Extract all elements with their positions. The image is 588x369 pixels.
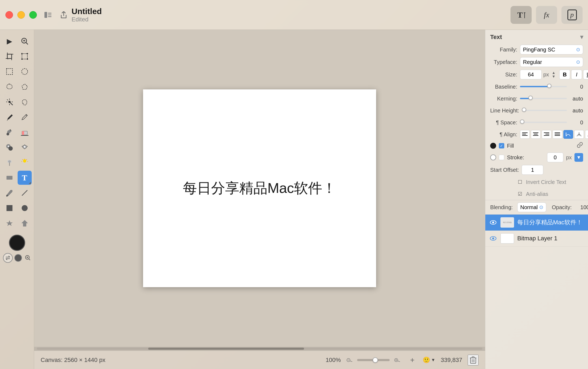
share-button[interactable] (58, 9, 69, 21)
svg-rect-2 (48, 14, 51, 15)
center-area: 每日分享精品Mac软件！ Canvas: 2560 × 1440 px 100% (34, 30, 485, 369)
sidebar-toggle-button[interactable] (42, 9, 54, 21)
kerning-slider[interactable] (520, 97, 567, 100)
fill-radio[interactable] (490, 143, 496, 149)
line-height-slider[interactable] (522, 109, 567, 112)
zoom-tool[interactable] (18, 34, 32, 48)
line-tool[interactable] (18, 186, 32, 200)
align-path-end-button[interactable] (585, 130, 588, 139)
transform-tool[interactable] (18, 49, 32, 63)
family-select[interactable]: PingFang SC ⊙ (520, 45, 583, 54)
anti-alias-checkbox[interactable]: ☑ (518, 191, 522, 197)
add-button[interactable]: + (408, 355, 417, 365)
arrow-tool[interactable]: ▶ (2, 34, 17, 48)
emoji-button[interactable]: 🙂 ▼ (423, 357, 435, 364)
align-right-button[interactable] (542, 130, 551, 139)
canvas-container: 每日分享精品Mac软件！ (34, 30, 485, 347)
minimize-button[interactable] (17, 11, 25, 19)
kerning-value: auto (570, 96, 583, 102)
canvas-area[interactable]: 每日分享精品Mac软件！ (34, 30, 485, 351)
layer-item-bitmap[interactable]: Bitmap Layer 1 (485, 231, 588, 247)
align-center-button[interactable] (531, 130, 541, 139)
svg-line-47 (22, 159, 23, 160)
typeface-select[interactable]: Regular ⊙ (520, 57, 583, 67)
eraser-tool[interactable] (18, 125, 32, 139)
canvas-scrollbar[interactable] (34, 347, 485, 351)
fx-button[interactable]: fx (536, 6, 557, 24)
text-section-chevron[interactable]: ▾ (580, 34, 583, 41)
layer-eye-bitmap[interactable] (489, 234, 497, 242)
pencil-tool[interactable] (18, 110, 32, 124)
text-tool-toolbar-button[interactable]: T (511, 6, 532, 24)
zoom-in-button[interactable] (392, 355, 402, 365)
start-offset-input[interactable]: 1 (522, 165, 543, 175)
title-info: Untitled Edited (72, 7, 102, 23)
scrollbar-track (37, 348, 482, 350)
size-input[interactable]: 64 (520, 70, 542, 79)
svg-point-20 (21, 59, 22, 60)
align-path-center-button[interactable] (574, 130, 584, 139)
rect-select-tool[interactable] (2, 64, 17, 79)
brush-select-tool[interactable] (18, 95, 32, 109)
paragraph-button[interactable]: p (561, 6, 583, 24)
swap-colors-button[interactable] (3, 253, 13, 263)
vector-rect-tool[interactable] (2, 201, 17, 215)
pen-tool[interactable] (2, 186, 17, 200)
typeface-label: Typeface: (490, 59, 517, 65)
fill-link-icon[interactable] (577, 142, 583, 150)
background-color[interactable] (14, 254, 22, 262)
text-section-label: Text (490, 34, 502, 41)
crop-tool[interactable] (2, 49, 17, 63)
stroke-value-input[interactable]: 0 (547, 153, 563, 162)
stroke-row: Stroke: 0 px ▼ (485, 151, 588, 164)
ellipse-select-tool[interactable] (18, 64, 32, 79)
left-toolbar: ▶ (0, 30, 34, 369)
stroke-radio[interactable] (490, 154, 496, 160)
close-button[interactable] (5, 11, 13, 19)
dodge-tool[interactable] (2, 156, 17, 170)
layer-eye-text[interactable] (489, 218, 497, 226)
arrow-shape-tool[interactable] (18, 216, 32, 230)
zoom-fit-button[interactable] (24, 254, 31, 262)
svg-point-37 (8, 146, 13, 151)
size-down[interactable]: ▼ (551, 75, 557, 78)
maximize-button[interactable] (29, 11, 37, 19)
blending-select[interactable]: Normal ⊙ (517, 202, 546, 212)
paint-bucket-tool[interactable] (2, 125, 17, 139)
stroke-type-select[interactable]: ▼ (574, 153, 583, 162)
svg-line-45 (26, 159, 27, 160)
burn-tool[interactable] (18, 156, 32, 170)
align-path-start-button[interactable] (563, 130, 573, 139)
fill-checkbox[interactable]: ✓ (499, 143, 504, 148)
layer-item-text[interactable]: 每日分享精品 每日分享精品Mac软件！ (485, 215, 588, 231)
size-up[interactable]: ▲ (551, 71, 557, 75)
lasso-tool[interactable] (2, 80, 17, 94)
rect-shape-tool[interactable] (2, 171, 17, 185)
vector-ellipse-tool[interactable] (18, 201, 32, 215)
bold-button[interactable]: B (559, 70, 570, 79)
poly-lasso-tool[interactable] (18, 80, 32, 94)
foreground-color[interactable] (9, 235, 25, 251)
zoom-out-button[interactable] (345, 355, 354, 365)
clone-tool[interactable] (2, 140, 17, 154)
align-left-button[interactable] (520, 130, 530, 139)
space-slider[interactable] (520, 121, 567, 124)
star-tool[interactable] (2, 216, 17, 230)
heal-tool[interactable] (18, 140, 32, 154)
brush-tool[interactable] (2, 110, 17, 124)
svg-point-21 (27, 59, 28, 60)
align-justify-button[interactable] (553, 130, 562, 139)
underline-button[interactable]: U (583, 70, 588, 79)
zoom-slider[interactable] (357, 359, 390, 361)
invert-circle-checkbox[interactable]: ☐ (518, 179, 522, 185)
delete-button[interactable] (468, 355, 479, 365)
svg-point-31 (7, 133, 9, 135)
text-tool[interactable]: T (18, 171, 32, 185)
stroke-checkbox[interactable] (499, 155, 504, 160)
coordinates: 339,837 (441, 357, 462, 364)
size-stepper[interactable]: ▲ ▼ (551, 71, 557, 78)
svg-point-30 (8, 101, 11, 103)
magic-wand-tool[interactable] (2, 95, 17, 109)
italic-button[interactable]: I (571, 70, 582, 79)
baseline-slider[interactable] (520, 85, 567, 88)
